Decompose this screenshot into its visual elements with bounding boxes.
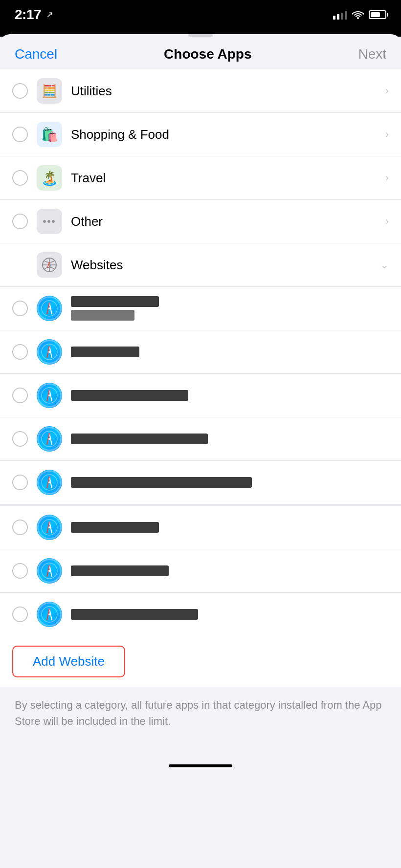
svg-line-22 (49, 477, 52, 488)
safari-icon (37, 602, 62, 627)
svg-point-5 (42, 301, 57, 316)
svg-line-34 (49, 608, 52, 620)
list-item[interactable] (0, 330, 401, 374)
home-bar (169, 764, 232, 767)
websites-label: Websites (71, 258, 376, 273)
website-text (71, 522, 159, 533)
radio-w5[interactable] (12, 475, 28, 490)
websites-header[interactable]: Websites ⌄ (0, 243, 401, 287)
battery-icon (369, 10, 386, 19)
other-icon: ••• (37, 209, 62, 234)
radio-w7[interactable] (12, 563, 28, 579)
safari-icon (37, 383, 62, 408)
wifi-icon (352, 10, 364, 19)
location-icon: ↗ (46, 9, 53, 20)
list-item[interactable] (0, 417, 401, 461)
radio-w6[interactable] (12, 520, 28, 535)
footer-text: By selecting a category, all future apps… (0, 687, 401, 749)
radio-w3[interactable] (12, 388, 28, 403)
radio-other[interactable] (12, 214, 28, 229)
utilities-label: Utilities (71, 84, 381, 99)
website-text (71, 296, 159, 307)
svg-point-28 (48, 526, 50, 528)
travel-label: Travel (71, 171, 381, 186)
svg-point-13 (42, 388, 57, 403)
svg-line-23 (47, 477, 49, 488)
svg-point-21 (42, 475, 57, 490)
svg-line-10 (49, 346, 52, 358)
list-item[interactable] (0, 549, 401, 593)
website-subtext (71, 310, 134, 321)
list-item[interactable] (0, 374, 401, 417)
list-item[interactable]: 🏝️ Travel › (0, 156, 401, 200)
radio-utilities[interactable] (12, 83, 28, 99)
svg-point-25 (42, 520, 57, 535)
radio-w8[interactable] (12, 607, 28, 622)
svg-line-7 (47, 303, 49, 314)
page-title: Choose Apps (164, 46, 251, 62)
list-item[interactable]: ••• Other › (0, 200, 401, 243)
svg-point-29 (42, 563, 57, 579)
safari-icon (37, 470, 62, 495)
svg-point-20 (48, 438, 50, 440)
cancel-button[interactable]: Cancel (15, 46, 57, 62)
home-indicator (0, 749, 401, 773)
chevron-right-icon: › (385, 85, 389, 97)
status-bar: 2:17 ↗ (0, 0, 401, 29)
svg-line-30 (49, 565, 52, 577)
svg-line-15 (47, 390, 49, 401)
website-text (71, 347, 139, 357)
svg-line-26 (49, 521, 52, 533)
nav-header: Cancel Choose Apps Next (0, 37, 401, 69)
list-item[interactable] (0, 287, 401, 330)
website-text (71, 477, 252, 488)
signal-icon (333, 10, 347, 20)
svg-line-27 (47, 521, 49, 533)
list-item[interactable] (0, 593, 401, 636)
add-website-button[interactable]: Add Website (12, 646, 125, 677)
radio-shopping[interactable] (12, 127, 28, 142)
radio-w1[interactable] (12, 301, 28, 316)
list-item[interactable] (0, 506, 401, 549)
category-list: 🧮 Utilities › 🛍️ Shopping & Food › 🏝️ Tr… (0, 69, 401, 687)
svg-line-19 (47, 433, 49, 445)
svg-line-6 (49, 303, 52, 314)
utilities-icon: 🧮 (37, 78, 62, 104)
websites-icon (37, 252, 62, 278)
safari-icon (37, 296, 62, 321)
svg-line-11 (47, 346, 49, 358)
chevron-down-icon: ⌄ (380, 259, 389, 271)
radio-w2[interactable] (12, 344, 28, 360)
svg-point-8 (48, 307, 50, 309)
website-text (71, 565, 169, 576)
svg-line-18 (49, 433, 52, 445)
list-item[interactable] (0, 461, 401, 506)
list-item[interactable]: 🧮 Utilities › (0, 69, 401, 113)
chevron-right-icon: › (385, 128, 389, 141)
safari-icon (37, 339, 62, 365)
shopping-icon: 🛍️ (37, 122, 62, 147)
svg-point-32 (48, 570, 50, 572)
safari-icon (37, 426, 62, 452)
svg-point-33 (42, 607, 57, 622)
website-text (71, 390, 188, 401)
svg-point-36 (48, 613, 50, 615)
list-item[interactable]: 🛍️ Shopping & Food › (0, 113, 401, 156)
svg-point-24 (48, 481, 50, 483)
radio-w4[interactable] (12, 431, 28, 447)
shopping-label: Shopping & Food (71, 127, 381, 142)
svg-point-16 (48, 394, 50, 396)
travel-icon: 🏝️ (37, 165, 62, 191)
chevron-right-icon: › (385, 172, 389, 184)
svg-line-14 (49, 390, 52, 401)
safari-icon (37, 515, 62, 540)
other-label: Other (71, 214, 381, 229)
svg-point-9 (42, 344, 57, 360)
website-text (71, 434, 208, 444)
add-website-section: Add Website (0, 636, 401, 687)
next-button[interactable]: Next (358, 46, 386, 62)
svg-line-35 (47, 608, 49, 620)
svg-line-31 (47, 565, 49, 577)
radio-travel[interactable] (12, 170, 28, 186)
svg-point-17 (42, 431, 57, 447)
